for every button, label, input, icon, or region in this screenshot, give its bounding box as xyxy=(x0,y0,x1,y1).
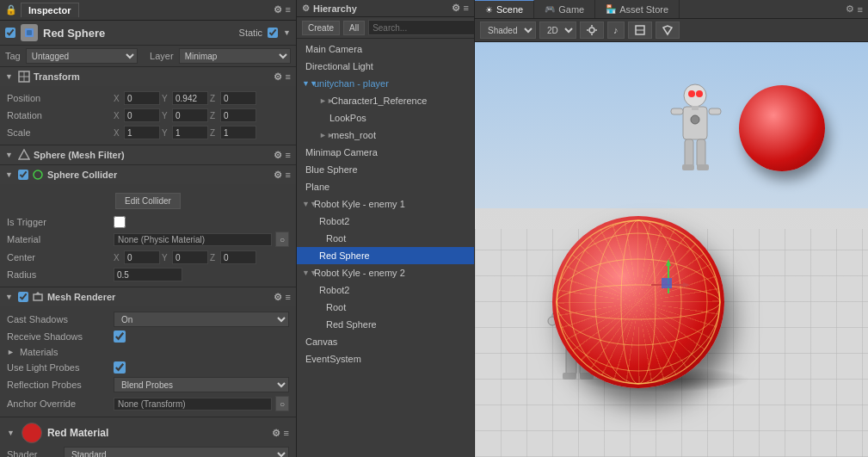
object-active-checkbox[interactable] xyxy=(5,28,15,38)
static-dropdown-icon[interactable]: ▼ xyxy=(283,28,291,37)
hierarchy-item-red-sphere-2[interactable]: Red Sphere xyxy=(297,316,474,333)
shader-dropdown[interactable]: Standard xyxy=(64,447,289,457)
inspector-menu-icon[interactable]: ≡ xyxy=(286,4,291,15)
hierarchy-item-mesh-root[interactable]: ► mesh_root xyxy=(297,127,474,144)
inspector-settings-icon[interactable]: ⚙ xyxy=(274,4,282,15)
right-panel-settings-icon[interactable]: ⚙ xyxy=(846,3,854,15)
material-menu-icon[interactable]: ≡ xyxy=(284,428,289,439)
scene-view-button[interactable] xyxy=(656,22,680,39)
position-z-input[interactable]: 0 xyxy=(220,91,256,105)
mesh-renderer-title: Mesh Renderer xyxy=(47,292,115,302)
hierarchy-item-plane[interactable]: Plane xyxy=(297,178,474,195)
hierarchy-item-red-sphere-1[interactable]: Red Sphere xyxy=(297,247,474,264)
transform-header[interactable]: ▼ Transform ⚙ ≡ xyxy=(0,67,296,86)
hierarchy-item-main-camera[interactable]: Main Camera xyxy=(297,40,474,58)
center-x-input[interactable] xyxy=(124,250,160,264)
sphere-collider-enabled[interactable] xyxy=(18,170,28,180)
hierarchy-settings-icon[interactable]: ⚙ xyxy=(452,3,460,14)
static-checkbox[interactable] xyxy=(268,28,278,38)
collider-material-value: None (Physic Material) ○ xyxy=(114,232,289,247)
reflection-probes-dropdown[interactable]: Blend Probes xyxy=(114,377,289,392)
hierarchy-item-blue-sphere[interactable]: Blue Sphere xyxy=(297,161,474,178)
svg-point-6 xyxy=(34,170,42,179)
hierarchy-search[interactable] xyxy=(368,20,475,35)
center-z-input[interactable] xyxy=(220,250,256,264)
hierarchy-item-root-1[interactable]: Root xyxy=(297,230,474,247)
mesh-renderer-header[interactable]: ▼ Mesh Renderer ⚙ ≡ xyxy=(0,287,296,306)
sphere-collider-header[interactable]: ▼ Sphere Collider ⚙ ≡ xyxy=(0,165,296,184)
sphere-collider-settings-icon[interactable]: ⚙ xyxy=(274,170,282,181)
radius-input[interactable]: 0.5 xyxy=(114,268,182,281)
cast-shadows-dropdown[interactable]: On xyxy=(114,312,289,327)
scale-row: Scale X Y Z xyxy=(7,124,289,141)
layer-dropdown[interactable]: Minimap xyxy=(179,48,291,64)
hierarchy-item-robot-enemy2[interactable]: ▼ Robot Kyle - enemy 2 xyxy=(297,264,474,281)
right-panel-menu-icon[interactable]: ≡ xyxy=(858,4,863,15)
mesh-filter-header[interactable]: ▼ Sphere (Mesh Filter) ⚙ ≡ xyxy=(0,145,296,164)
transform-menu-icon[interactable]: ≡ xyxy=(286,71,291,83)
transform-gizmo[interactable] xyxy=(643,250,694,302)
collider-material-field[interactable]: None (Physic Material) xyxy=(114,233,272,246)
scale-y-input[interactable] xyxy=(172,126,208,139)
game-tab[interactable]: 🎮 Game xyxy=(534,0,595,18)
hierarchy-item-robot2-2[interactable]: Robot2 xyxy=(297,281,474,299)
red-sphere-1-label: Red Sphere xyxy=(319,250,370,261)
lighting-button[interactable] xyxy=(580,22,604,39)
inspector-scroll[interactable]: ▼ Transform ⚙ ≡ Position xyxy=(0,67,296,457)
mesh-renderer-enabled[interactable] xyxy=(18,292,28,302)
materials-row[interactable]: ► Materials xyxy=(7,344,289,360)
transform-body: Position X 0 Y 0.942 Z 0 xyxy=(0,86,296,145)
rotation-y-input[interactable] xyxy=(172,108,208,122)
hierarchy-item-unitychan[interactable]: ▼ unitychan - player xyxy=(297,75,474,92)
rotation-x-item: X xyxy=(114,108,160,122)
fx-button[interactable] xyxy=(628,22,652,39)
shading-dropdown[interactable]: Shaded xyxy=(480,22,536,39)
mesh-renderer-settings-icon[interactable]: ⚙ xyxy=(274,292,282,303)
material-foldout-icon: ▼ xyxy=(7,429,15,437)
root-2-label: Root xyxy=(326,302,346,312)
rotation-z-input[interactable] xyxy=(220,108,256,122)
asset-store-tab[interactable]: 🏪 Asset Store xyxy=(595,0,680,18)
mesh-filter-menu-icon[interactable]: ≡ xyxy=(286,150,291,161)
position-y-input[interactable]: 0.942 xyxy=(172,91,208,105)
hierarchy-item-eventsystem[interactable]: EventSystem xyxy=(297,350,474,367)
hierarchy-scroll[interactable]: Main Camera Directional Light ▼ unitycha… xyxy=(297,39,474,457)
hierarchy-item-minimap-camera[interactable]: Minimap Camera xyxy=(297,144,474,161)
hierarchy-item-root-2[interactable]: Root xyxy=(297,299,474,316)
reflection-probes-row: Reflection Probes Blend Probes xyxy=(7,375,289,394)
anchor-override-field[interactable]: None (Transform) xyxy=(114,398,272,411)
scale-z-input[interactable] xyxy=(220,126,256,139)
inspector-tab[interactable]: Inspector xyxy=(21,3,79,17)
hierarchy-menu-icon[interactable]: ≡ xyxy=(464,3,469,14)
mesh-renderer-menu-icon[interactable]: ≡ xyxy=(286,292,291,303)
use-light-probes-checkbox[interactable] xyxy=(114,361,126,374)
transform-settings-icon[interactable]: ⚙ xyxy=(274,71,282,83)
hierarchy-item-lookpos[interactable]: LookPos xyxy=(297,109,474,127)
tag-dropdown[interactable]: Untagged xyxy=(26,48,138,64)
is-trigger-checkbox[interactable] xyxy=(114,216,126,228)
sphere-collider-menu-icon[interactable]: ≡ xyxy=(286,170,291,181)
scene-tab[interactable]: ☀ Scene xyxy=(475,0,534,18)
all-button[interactable]: All xyxy=(343,21,365,35)
mesh-filter-settings-icon[interactable]: ⚙ xyxy=(274,150,282,161)
position-x-input[interactable]: 0 xyxy=(124,91,160,105)
collider-material-picker[interactable]: ○ xyxy=(275,232,289,247)
scale-x-input[interactable] xyxy=(124,126,160,139)
hierarchy-item-character1[interactable]: ► Character1_Reference xyxy=(297,92,474,109)
hierarchy-item-directional-light[interactable]: Directional Light xyxy=(297,58,474,75)
hierarchy-item-robot-enemy1[interactable]: ▼ Robot Kyle - enemy 1 xyxy=(297,195,474,213)
rotation-x-input[interactable] xyxy=(124,108,160,122)
material-settings-icon[interactable]: ⚙ xyxy=(272,428,280,439)
dimension-dropdown[interactable]: 2D xyxy=(539,22,576,39)
hierarchy-item-robot2-1[interactable]: Robot2 xyxy=(297,213,474,230)
center-y-input[interactable] xyxy=(172,250,208,264)
audio-button[interactable]: ♪ xyxy=(607,22,625,39)
scale-z-item: Z xyxy=(210,126,256,139)
scene-viewport[interactable] xyxy=(475,42,868,457)
edit-collider-button[interactable]: Edit Collider xyxy=(115,193,181,209)
anchor-override-picker[interactable]: ○ xyxy=(275,396,289,411)
receive-shadows-checkbox[interactable] xyxy=(114,330,126,343)
pos-y-letter: Y xyxy=(162,94,170,103)
create-button[interactable]: Create xyxy=(302,21,340,35)
hierarchy-item-canvas[interactable]: Canvas xyxy=(297,333,474,350)
